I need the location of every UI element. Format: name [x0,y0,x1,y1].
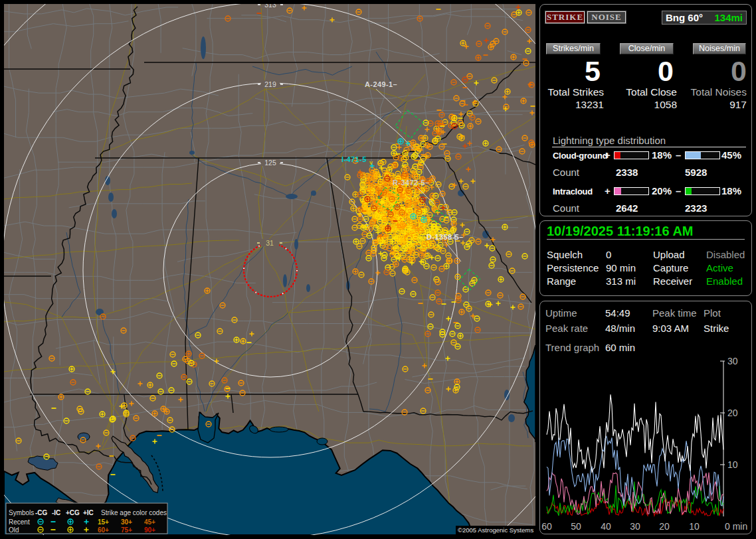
svg-text:75+: 75+ [121,526,132,534]
svg-text:125: 125 [264,159,276,167]
svg-text:10: 10 [689,521,700,532]
svg-text:90+: 90+ [144,526,155,534]
svg-text:10: 10 [727,459,738,470]
svg-text:45+: 45+ [144,518,155,526]
svg-text:+IC: +IC [83,509,94,516]
svg-text:Strike age color codes: Strike age color codes [101,509,167,516]
svg-text:+CG: +CG [66,509,80,516]
svg-text:Symbols: Symbols [9,509,34,516]
svg-text:-IC: -IC [52,509,60,516]
svg-text:60+: 60+ [98,526,109,534]
svg-text:313: 313 [264,4,276,9]
svg-text:-CG: -CG [35,509,48,516]
svg-text:31: 31 [266,239,274,247]
svg-text:0 min: 0 min [725,521,747,532]
svg-text:A-249-1–: A-249-1– [365,80,397,88]
svg-text:40: 40 [601,521,611,532]
svg-text:30+: 30+ [121,518,132,526]
svg-text:Recent: Recent [9,518,30,526]
svg-text:I-471-5: I-471-5 [341,155,367,163]
svg-text:30: 30 [630,521,640,532]
svg-text:30: 30 [727,356,738,366]
svg-text:R-3472-5–: R-3472-5– [393,179,430,187]
svg-text:219: 219 [264,80,276,88]
svg-text:20: 20 [727,408,738,418]
svg-text:60: 60 [541,521,552,532]
svg-text:50: 50 [571,521,581,532]
svg-text:v: v [369,159,373,166]
svg-text:15+: 15+ [98,518,109,526]
svg-text:©2005 Astrogenic Systems: ©2005 Astrogenic Systems [458,526,533,534]
svg-text:Old: Old [9,526,19,534]
svg-text:20: 20 [659,521,670,532]
svg-text:D-1358-5–: D-1358-5– [426,233,464,241]
